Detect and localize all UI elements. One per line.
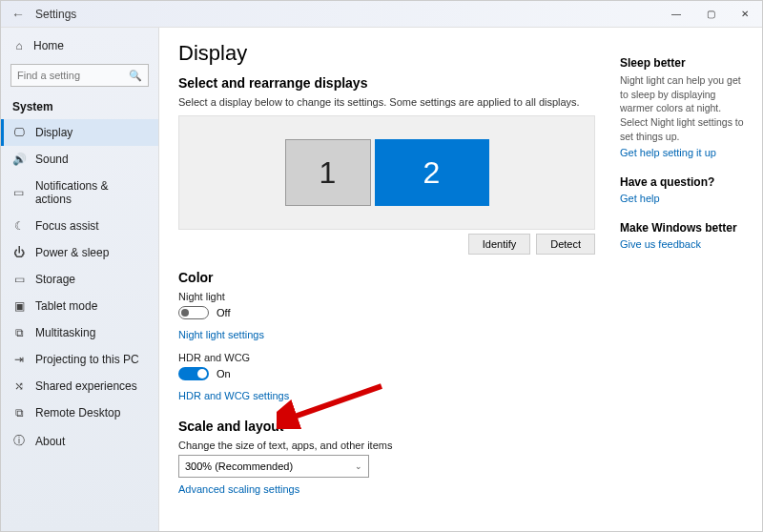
display-arrangement[interactable]: 1 2 <box>178 115 595 230</box>
storage-icon: ▭ <box>12 273 26 286</box>
sleep-better-link[interactable]: Get help setting it up <box>620 147 749 158</box>
rearrange-desc: Select a display below to change its set… <box>178 96 595 108</box>
sidebar-item-notifications[interactable]: ▭Notifications & actions <box>1 173 158 213</box>
projecting-icon: ⇥ <box>12 353 26 366</box>
home-icon: ⌂ <box>12 39 26 52</box>
scale-select[interactable]: 300% (Recommended) ⌄ <box>178 455 369 478</box>
sidebar-item-label: Focus assist <box>35 219 99 233</box>
sidebar-item-about[interactable]: ⓘAbout <box>1 426 158 456</box>
sidebar-item-focus-assist[interactable]: ☾Focus assist <box>1 213 158 239</box>
sidebar-item-sound[interactable]: 🔊Sound <box>1 146 158 173</box>
advanced-scaling-link[interactable]: Advanced scaling settings <box>178 483 299 495</box>
shared-icon: ⤭ <box>12 379 26 393</box>
sidebar-item-power[interactable]: ⏻Power & sleep <box>1 239 158 266</box>
home-nav[interactable]: ⌂ Home <box>1 33 158 58</box>
search-input[interactable]: Find a setting 🔍 <box>10 64 149 87</box>
detect-button[interactable]: Detect <box>536 234 595 255</box>
sidebar-item-label: Storage <box>35 273 75 286</box>
hdr-settings-link[interactable]: HDR and WCG settings <box>178 390 289 401</box>
search-icon: 🔍 <box>129 70 142 82</box>
scale-head: Scale and layout <box>178 419 595 434</box>
sidebar-item-label: Notifications & actions <box>35 179 147 206</box>
monitor-1[interactable]: 1 <box>285 139 371 206</box>
color-head: Color <box>178 270 595 285</box>
get-help-link[interactable]: Get help <box>620 193 749 204</box>
sidebar-item-label: Sound <box>35 153 69 166</box>
scale-label: Change the size of text, apps, and other… <box>178 440 595 451</box>
tablet-icon: ▣ <box>12 299 26 313</box>
right-pane: Sleep better Night light can help you ge… <box>614 28 762 531</box>
scale-value: 300% (Recommended) <box>185 460 293 472</box>
search-placeholder: Find a setting <box>17 70 80 81</box>
night-light-settings-link[interactable]: Night light settings <box>178 329 264 340</box>
sidebar-item-label: Remote Desktop <box>35 406 120 419</box>
sleep-better-text: Night light can help you get to sleep by… <box>620 73 749 143</box>
hdr-toggle[interactable] <box>178 367 209 380</box>
remote-icon: ⧉ <box>12 406 26 419</box>
main-content: Display Select and rearrange displays Se… <box>159 28 614 531</box>
rearrange-head: Select and rearrange displays <box>178 75 595 91</box>
sidebar-item-tablet[interactable]: ▣Tablet mode <box>1 293 158 319</box>
sidebar-item-label: Shared experiences <box>35 379 137 393</box>
night-light-toggle[interactable] <box>178 306 209 319</box>
question-head: Have a question? <box>620 175 749 189</box>
night-light-label: Night light <box>178 291 595 302</box>
chevron-down-icon: ⌄ <box>355 461 362 471</box>
night-light-state: Off <box>217 307 230 318</box>
sidebar: ⌂ Home Find a setting 🔍 System 🖵Display … <box>1 28 159 531</box>
focus-icon: ☾ <box>12 219 26 233</box>
close-button[interactable]: ✕ <box>728 1 762 28</box>
identify-button[interactable]: Identify <box>468 234 530 255</box>
sidebar-item-label: Projecting to this PC <box>35 353 139 366</box>
sidebar-item-label: Multitasking <box>35 326 95 339</box>
title-bar: ← Settings — ▢ ✕ <box>1 1 762 28</box>
display-icon: 🖵 <box>12 126 26 139</box>
about-icon: ⓘ <box>12 433 26 449</box>
sidebar-item-display[interactable]: 🖵Display <box>1 119 158 146</box>
notifications-icon: ▭ <box>12 186 26 199</box>
sidebar-item-label: Power & sleep <box>35 246 109 259</box>
sidebar-item-label: Tablet mode <box>35 299 97 313</box>
monitor-2[interactable]: 2 <box>375 139 489 206</box>
feedback-head: Make Windows better <box>620 221 749 235</box>
sidebar-item-shared[interactable]: ⤭Shared experiences <box>1 373 158 399</box>
hdr-label: HDR and WCG <box>178 352 595 363</box>
sidebar-item-remote[interactable]: ⧉Remote Desktop <box>1 399 158 426</box>
sidebar-item-label: About <box>35 435 65 448</box>
sidebar-item-projecting[interactable]: ⇥Projecting to this PC <box>1 346 158 373</box>
power-icon: ⏻ <box>12 246 26 259</box>
sleep-better-head: Sleep better <box>620 56 749 70</box>
multitasking-icon: ⧉ <box>12 326 26 339</box>
sidebar-item-storage[interactable]: ▭Storage <box>1 266 158 293</box>
feedback-link[interactable]: Give us feedback <box>620 238 749 250</box>
home-label: Home <box>33 39 64 52</box>
page-title: Display <box>178 41 595 66</box>
back-button[interactable]: ← <box>1 7 35 22</box>
hdr-state: On <box>217 368 231 379</box>
minimize-button[interactable]: — <box>659 1 693 28</box>
sound-icon: 🔊 <box>12 153 26 166</box>
sidebar-item-label: Display <box>35 126 72 139</box>
window-title: Settings <box>35 8 659 21</box>
sidebar-item-multitasking[interactable]: ⧉Multitasking <box>1 319 158 346</box>
maximize-button[interactable]: ▢ <box>693 1 728 28</box>
section-label: System <box>1 96 158 119</box>
